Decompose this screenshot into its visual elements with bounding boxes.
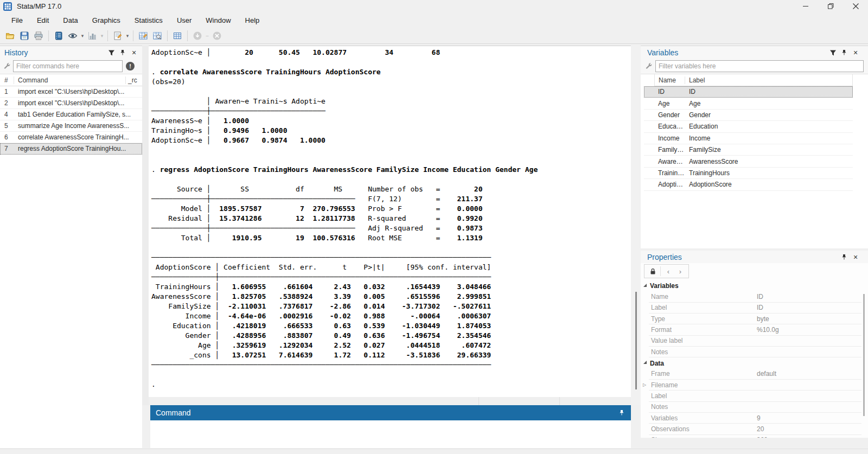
next-variable-icon[interactable]: › [674,265,686,277]
properties-close-icon[interactable]: × [852,253,859,261]
property-row: NameID [649,292,861,303]
results-line: ─────────────┼──────────────────────────… [151,194,631,204]
expand-arrow-icon[interactable]: ▷ [643,382,646,387]
panel-divider[interactable] [142,46,149,405]
history-row[interactable]: 5summarize Age Income AwarenessS... [0,120,142,132]
viewer-dropdown-icon[interactable]: ▾ [80,33,85,39]
property-label: Name [649,293,757,300]
command-pin-icon[interactable] [618,409,626,417]
history-row[interactable]: 2import excel "C:\Users\hp\Desktop\... [0,98,142,109]
history-row-command: import excel "C:\Users\hp\Desktop\... [14,88,142,95]
save-icon[interactable] [18,29,31,42]
results-line: Gender │ .4288956 .883807 0.49 0.636 -1.… [151,331,631,341]
variables-filter-icon[interactable] [829,49,837,56]
properties-section-variables[interactable]: Variables [641,280,868,292]
results-line: ─────────────┼──────────────────────────… [151,106,631,116]
property-value: byte [757,315,861,323]
history-title: History [4,48,28,57]
menu-item-window[interactable]: Window [199,14,238,27]
variable-row[interactable]: GenderGender [644,110,853,121]
results-line: AwarenessS~e │ 1.0000 [151,116,631,126]
results-line: ────────────────────────────────────────… [151,360,631,370]
variables-pin-icon[interactable] [840,49,848,56]
dofile-dropdown-icon[interactable]: ▾ [125,33,130,39]
menu-item-data[interactable]: Data [56,14,85,27]
menu-item-file[interactable]: File [4,14,30,27]
menu-item-statistics[interactable]: Statistics [127,14,170,27]
variables-close-icon[interactable]: × [852,49,859,56]
history-row-command: tab1 Gender Education FamilySize, s... [14,111,142,118]
variable-label: TrainingHours [685,169,853,177]
property-row: Typebyte [649,314,861,324]
dofile-editor-icon[interactable] [111,29,124,42]
results-line: ─────────────┼──────────────────────────… [151,223,631,233]
history-filter-icon[interactable] [107,49,115,56]
variable-label: ID [685,88,853,95]
properties-panel: Properties × ‹ › VariablesNameIDLabelIDT… [641,251,868,438]
properties-scrollbar-thumb[interactable] [863,294,865,416]
variable-label: AdoptionScore [685,181,853,188]
results-line: AdoptionScore │ Coefficient Std. err. t … [151,263,631,272]
variable-row[interactable]: AdoptionScoreAdoptionScore [644,179,853,190]
menu-item-help[interactable]: Help [238,14,267,27]
break-icon [210,29,224,42]
variables-filter-input[interactable] [655,60,864,72]
history-row-number: 2 [0,99,14,107]
variable-row[interactable]: IncomeIncome [644,133,853,144]
menu-item-graphics[interactable]: Graphics [85,14,127,27]
results-line: . [151,380,631,389]
restore-button[interactable] [818,0,843,12]
command-title: Command [156,408,191,417]
variable-name: Gender [644,111,685,119]
history-filter-input[interactable] [13,60,123,72]
variable-row[interactable]: AgeAge [644,98,853,109]
history-row[interactable]: 1import excel "C:\Users\hp\Desktop\... [0,86,142,98]
variable-row[interactable]: FamilySizeFamilySize [644,144,853,156]
variable-row[interactable]: TrainingHoursTrainingHours [644,168,853,179]
history-row-number: 7 [0,145,14,152]
results-pane: AdoptionSc~e │ 20 50.45 10.02877 34 68 .… [149,46,631,397]
print-icon[interactable] [32,29,45,42]
history-row-number: 6 [0,133,14,141]
previous-variable-icon[interactable]: ‹ [662,265,674,277]
variable-row[interactable]: AwarenessScoreAwarenessScore [644,156,853,167]
properties-pin-icon[interactable] [840,253,848,261]
variable-row[interactable]: EducationEducation [644,121,853,132]
variable-row[interactable]: IDID [644,86,853,98]
results-line: Income │ -4.64e-06 .0002916 -0.02 0.988 … [151,311,631,321]
variable-name: Income [644,135,685,142]
history-panel: History × ! # Command _rc 1import excel … [0,46,142,448]
graph-icon[interactable] [86,29,99,42]
data-editor-icon[interactable] [137,29,150,42]
properties-scrollbar[interactable] [863,280,866,438]
results-line: │ Awaren~e Traini~s Adopti~e [151,97,631,106]
property-label: Value label [649,337,757,344]
variables-manager-icon[interactable] [171,29,184,42]
properties-title: Properties [647,253,682,261]
history-row[interactable]: 4tab1 Gender Education FamilySize, s... [0,109,142,120]
results-line [151,243,631,253]
history-row[interactable]: 7regress AdoptionScore TrainingHou... [0,143,142,155]
close-button[interactable] [843,0,868,12]
history-row-command: import excel "C:\Users\hp\Desktop\... [14,99,142,107]
property-label: Frame [649,370,757,378]
data-browser-icon[interactable] [151,29,164,42]
history-row[interactable]: 6correlate AwarenessScore TrainingH... [0,132,142,143]
menu-item-user[interactable]: User [170,14,199,27]
property-label: Format [649,326,757,334]
history-close-icon[interactable]: × [130,49,138,56]
minimize-button[interactable] [793,0,818,12]
history-pin-icon[interactable] [119,49,126,56]
lock-icon[interactable] [647,265,659,277]
properties-section-data[interactable]: Data [641,357,868,369]
open-folder-icon[interactable] [4,29,17,42]
results-scrollbar-thumb[interactable] [635,292,637,389]
history-error-filter-icon[interactable]: ! [126,62,135,71]
log-icon[interactable] [52,29,65,42]
viewer-eye-icon[interactable] [66,29,79,42]
results-line: _cons │ 13.07251 7.614639 1.72 0.112 -3.… [151,350,631,360]
command-input[interactable] [150,420,631,448]
stata-logo-icon [3,2,12,11]
menu-item-edit[interactable]: Edit [30,14,56,27]
results-scrollbar[interactable] [631,46,641,405]
